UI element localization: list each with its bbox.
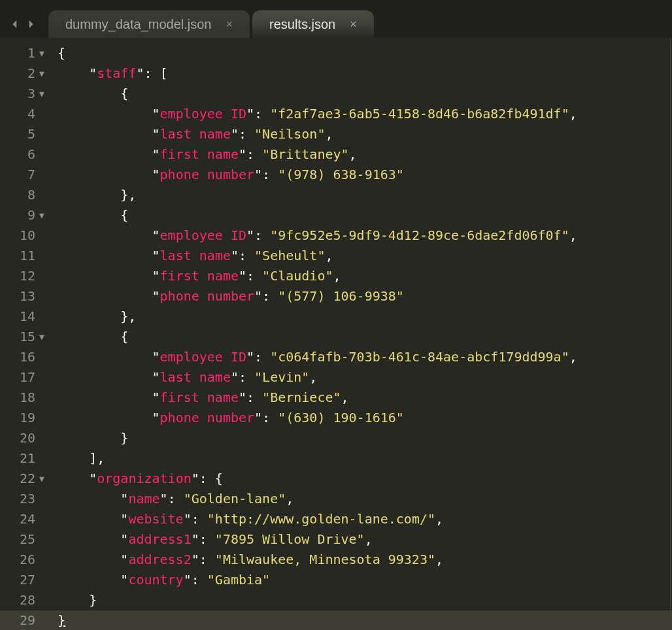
code-area[interactable]: { "staff": [ { "employee ID": "f2af7ae3-… xyxy=(50,38,672,630)
code-line[interactable]: "last name": "Levin", xyxy=(50,367,672,388)
tab-label: results.json xyxy=(269,17,335,32)
code-line[interactable]: "address2": "Milwaukee, Minnesota 99323"… xyxy=(50,550,672,570)
line-number[interactable]: 9▼ xyxy=(0,205,50,225)
line-number[interactable]: 13 xyxy=(0,286,50,307)
line-number[interactable]: 29 xyxy=(0,610,50,630)
code-line[interactable]: "organization": { xyxy=(50,469,672,489)
code-line[interactable]: { xyxy=(50,84,672,104)
line-number[interactable]: 24 xyxy=(0,509,50,529)
code-line[interactable]: } xyxy=(50,610,672,630)
code-line[interactable]: "staff": [ xyxy=(50,63,672,84)
code-line[interactable]: }, xyxy=(50,307,672,327)
line-number[interactable]: 7 xyxy=(0,165,50,185)
line-number[interactable]: 22▼ xyxy=(0,469,50,489)
line-number[interactable]: 20 xyxy=(0,428,50,448)
line-number[interactable]: 8 xyxy=(0,185,50,205)
code-line[interactable]: "phone number": "(577) 106-9938" xyxy=(50,286,672,307)
line-number[interactable]: 2▼ xyxy=(0,63,50,84)
line-number[interactable]: 6 xyxy=(0,144,50,165)
code-line[interactable]: "first name": "Claudio", xyxy=(50,266,672,286)
code-line[interactable]: ], xyxy=(50,448,672,469)
fold-icon[interactable]: ▼ xyxy=(38,84,46,104)
line-number[interactable]: 19 xyxy=(0,408,50,428)
line-number[interactable]: 21 xyxy=(0,448,50,469)
ruler-line xyxy=(670,38,671,630)
code-line[interactable]: "employee ID": "9fc952e5-9df9-4d12-89ce-… xyxy=(50,225,672,246)
close-icon[interactable]: × xyxy=(350,18,357,30)
fold-icon[interactable]: ▼ xyxy=(38,205,46,225)
fold-icon[interactable]: ▼ xyxy=(38,43,46,63)
line-number[interactable]: 25 xyxy=(0,529,50,550)
code-line[interactable]: "first name": "Brittaney", xyxy=(50,144,672,165)
fold-icon[interactable]: ▼ xyxy=(38,63,46,84)
code-line[interactable]: "phone number": "(978) 638-9163" xyxy=(50,165,672,185)
line-number[interactable]: 18 xyxy=(0,388,50,408)
line-number[interactable]: 14 xyxy=(0,307,50,327)
nav-back-icon[interactable] xyxy=(9,18,21,30)
tab-history-nav xyxy=(5,18,48,38)
code-line[interactable]: "address1": "7895 Willow Drive", xyxy=(50,529,672,550)
code-line[interactable]: "employee ID": "c064fafb-703b-461c-84ae-… xyxy=(50,347,672,367)
tab-results[interactable]: results.json × xyxy=(252,10,374,38)
tab-bar: dummy_data_model.json × results.json × xyxy=(0,0,672,38)
code-line[interactable]: "first name": "Berniece", xyxy=(50,388,672,408)
nav-forward-icon[interactable] xyxy=(25,18,37,30)
tab-label: dummy_data_model.json xyxy=(65,17,211,32)
fold-icon[interactable]: ▼ xyxy=(38,469,46,489)
line-number[interactable]: 28 xyxy=(0,590,50,610)
code-line[interactable]: "website": "http://www.golden-lane.com/"… xyxy=(50,509,672,529)
code-line[interactable]: "phone number": "(630) 190-1616" xyxy=(50,408,672,428)
line-number[interactable]: 17 xyxy=(0,367,50,388)
code-line[interactable]: { xyxy=(50,327,672,347)
code-line[interactable]: } xyxy=(50,428,672,448)
line-number[interactable]: 11 xyxy=(0,246,50,266)
code-line[interactable]: "country": "Gambia" xyxy=(50,570,672,590)
line-number[interactable]: 23 xyxy=(0,489,50,509)
line-number[interactable]: 5 xyxy=(0,124,50,144)
code-line[interactable]: "employee ID": "f2af7ae3-6ab5-4158-8d46-… xyxy=(50,104,672,124)
line-number[interactable]: 12 xyxy=(0,266,50,286)
line-number[interactable]: 10 xyxy=(0,225,50,246)
code-line[interactable]: { xyxy=(50,43,672,63)
line-number[interactable]: 16 xyxy=(0,347,50,367)
fold-icon[interactable]: ▼ xyxy=(38,327,46,347)
line-number-gutter[interactable]: 1▼2▼3▼456789▼101112131415▼16171819202122… xyxy=(0,38,50,630)
code-line[interactable]: { xyxy=(50,205,672,225)
line-number[interactable]: 26 xyxy=(0,550,50,570)
code-line[interactable]: }, xyxy=(50,185,672,205)
line-number[interactable]: 3▼ xyxy=(0,84,50,104)
code-editor[interactable]: 1▼2▼3▼456789▼101112131415▼16171819202122… xyxy=(0,38,672,630)
line-number[interactable]: 4 xyxy=(0,104,50,124)
line-number[interactable]: 15▼ xyxy=(0,327,50,347)
line-number[interactable]: 1▼ xyxy=(0,43,50,63)
tab-dummy-data-model[interactable]: dummy_data_model.json × xyxy=(48,10,250,38)
code-line[interactable]: "last name": "Neilson", xyxy=(50,124,672,144)
code-line[interactable]: "last name": "Seheult", xyxy=(50,246,672,266)
close-icon[interactable]: × xyxy=(226,18,233,30)
code-line[interactable]: "name": "Golden-lane", xyxy=(50,489,672,509)
code-line[interactable]: } xyxy=(50,590,672,610)
line-number[interactable]: 27 xyxy=(0,570,50,590)
